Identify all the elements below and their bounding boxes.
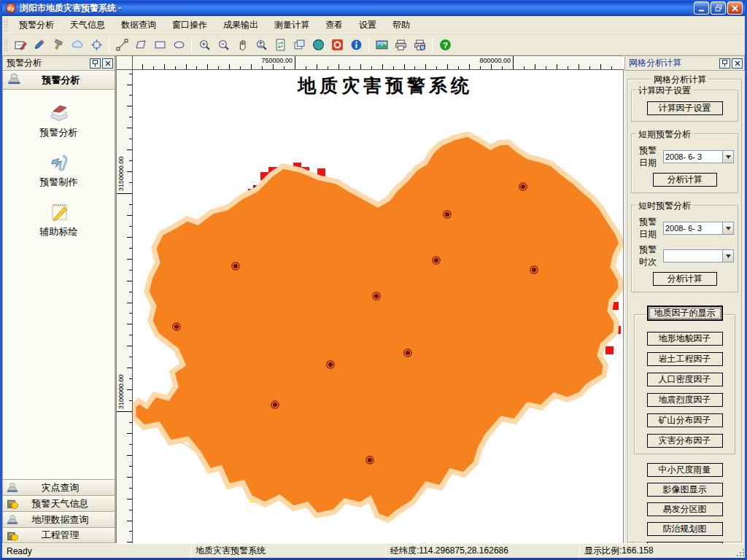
window-title: 浏阳市地质灾害预警系统 -: [20, 2, 692, 15]
print-icon: [395, 39, 407, 51]
layers-button[interactable]: [290, 36, 308, 54]
help-button[interactable]: ?: [436, 36, 454, 54]
menu-item-6[interactable]: 测量计算: [266, 16, 317, 34]
pan-button[interactable]: [233, 36, 251, 54]
menu-item-2[interactable]: 天气信息: [62, 16, 113, 34]
extra-button-2[interactable]: 影像图显示: [647, 483, 723, 497]
nav-item-2[interactable]: 预警制作: [40, 151, 78, 189]
menu-item-8[interactable]: 设置: [351, 16, 384, 34]
warning-make-icon: [47, 151, 71, 173]
map-canvas[interactable]: 地质灾害预警系统: [133, 70, 623, 543]
zoom-extent-button[interactable]: [252, 36, 270, 54]
bottom-bar-4[interactable]: 工程管理: [2, 527, 115, 543]
bottom-bar-1[interactable]: 灾点查询: [2, 479, 115, 495]
chevron-down-icon[interactable]: [722, 151, 733, 163]
short-time-group-title: 短时预警分析: [636, 200, 693, 212]
short-term-analyze-button[interactable]: 分析计算: [653, 173, 717, 187]
short-time-analyze-button[interactable]: 分析计算: [653, 272, 717, 286]
short-term-date-combo[interactable]: 2008- 6- 3: [663, 150, 734, 163]
polygon-tool-button[interactable]: [132, 36, 150, 54]
left-panel-pin-button[interactable]: [90, 58, 101, 69]
county-boundary-line: [133, 134, 622, 520]
right-panel-close-button[interactable]: [732, 58, 743, 69]
menu-item-5[interactable]: 成果输出: [215, 16, 266, 34]
hammer-icon: [53, 39, 65, 51]
toolbar-grip[interactable]: [4, 39, 8, 52]
stamp-icon: [6, 482, 19, 493]
print-button[interactable]: [392, 36, 409, 54]
globe-button[interactable]: [309, 36, 327, 54]
bottom-bar-3[interactable]: 地理数据查询: [2, 511, 115, 527]
refresh-button[interactable]: [271, 36, 289, 54]
horizontal-ruler: 750000.00800000.00: [133, 56, 624, 70]
zoom-out-icon: [217, 39, 230, 51]
factor-button-3[interactable]: 人口密度因子: [647, 373, 723, 386]
hammer-button[interactable]: [50, 36, 67, 54]
factor-buttons: 地形地貌因子岩土工程因子人口密度因子地震烈度因子矿山分布因子灾害分布因子: [635, 332, 735, 448]
menu-item-1[interactable]: 预警分析: [11, 16, 62, 34]
factor-button-1[interactable]: 地形地貌因子: [647, 332, 723, 346]
bottom-bar-label: 预警天气信息: [19, 497, 101, 510]
print-preview-icon: [414, 39, 426, 51]
brush-button[interactable]: [31, 36, 48, 54]
factor-button-4[interactable]: 地震烈度因子: [647, 393, 723, 407]
left-bottom-bars: 灾点查询预警天气信息地理数据查询工程管理: [2, 479, 115, 543]
menu-bar: 预警分析天气信息数据查询窗口操作成果输出测量计算查看设置帮助: [2, 16, 745, 35]
menu-item-9[interactable]: 帮助: [384, 16, 418, 34]
factor-button-5[interactable]: 矿山分布因子: [647, 413, 723, 427]
restore-button[interactable]: [711, 1, 726, 15]
info-button[interactable]: [347, 36, 365, 54]
zoom-in-button[interactable]: [196, 36, 213, 54]
right-panel: 网格分析计算 网格分析计算 计算因子设置 计算因子设置 短期预警分析: [624, 55, 745, 543]
minimize-button[interactable]: [694, 1, 709, 15]
refresh-icon: [274, 39, 287, 51]
rectangle-tool-button[interactable]: [151, 36, 169, 54]
right-panel-content: 网格分析计算 计算因子设置 计算因子设置 短期预警分析 预警日期 2008- 6…: [624, 71, 745, 543]
ellipse-tool-button[interactable]: [170, 36, 187, 54]
chevron-down-icon[interactable]: [722, 250, 733, 262]
factor-button-6[interactable]: 灾害分布因子: [647, 434, 723, 448]
line-tool-icon: [116, 39, 128, 51]
pin-icon: [92, 60, 98, 67]
cloud-button[interactable]: [69, 36, 86, 54]
center-button[interactable]: [88, 36, 105, 54]
extra-button-1[interactable]: 中小尺度雨量: [647, 463, 723, 477]
nav-item-1[interactable]: 预警分析: [40, 101, 78, 139]
menu-item-3[interactable]: 数据查询: [113, 16, 164, 34]
nav-item-label: 辅助标绘: [40, 225, 78, 238]
stop-button[interactable]: [328, 36, 346, 54]
extra-button-4[interactable]: 防治规划图: [647, 522, 723, 536]
stop-icon: [331, 39, 344, 51]
resize-grip[interactable]: [735, 547, 745, 557]
ellipse-tool-icon: [173, 39, 185, 51]
menu-grip[interactable]: [4, 19, 8, 32]
factor-setting-button[interactable]: 计算因子设置: [647, 101, 723, 115]
zoom-out-button[interactable]: [214, 36, 232, 54]
extra-buttons: 中小尺度雨量影像图显示易发分区图防治规划图清空显示: [630, 463, 740, 543]
line-tool-button[interactable]: [113, 36, 131, 54]
short-time-session-row: 预警时次: [639, 244, 735, 268]
polygon-tool-icon: [135, 39, 147, 51]
left-nav-items: 预警分析预警制作辅助标绘: [2, 90, 115, 479]
left-panel-close-button[interactable]: [102, 58, 113, 69]
close-button[interactable]: [727, 1, 743, 15]
map-edit-button[interactable]: [12, 36, 29, 54]
menu-item-7[interactable]: 查看: [317, 16, 351, 34]
nav-item-3[interactable]: 辅助标绘: [40, 201, 78, 238]
geology-factor-display-button[interactable]: 地质因子的显示: [647, 306, 723, 321]
chevron-down-icon[interactable]: [722, 222, 733, 234]
bottom-bar-2[interactable]: 预警天气信息: [2, 495, 115, 511]
extra-button-5[interactable]: 清空显示: [647, 542, 723, 543]
left-panel-header-label: 预警分析: [22, 74, 100, 87]
right-panel-pin-button[interactable]: [719, 58, 730, 69]
short-time-date-combo[interactable]: 2008- 6- 3: [663, 222, 734, 235]
short-time-group: 短时预警分析 预警日期 2008- 6- 3 预警时次: [631, 205, 738, 292]
short-time-session-combo[interactable]: [663, 249, 734, 262]
map-image-button[interactable]: [373, 36, 390, 54]
help-icon: ?: [439, 39, 452, 51]
factor-button-2[interactable]: 岩土工程因子: [647, 352, 723, 366]
toolbar: ?: [2, 35, 745, 55]
menu-item-4[interactable]: 窗口操作: [164, 16, 215, 34]
extra-button-3[interactable]: 易发分区图: [647, 502, 723, 516]
print-preview-button[interactable]: [411, 36, 428, 54]
